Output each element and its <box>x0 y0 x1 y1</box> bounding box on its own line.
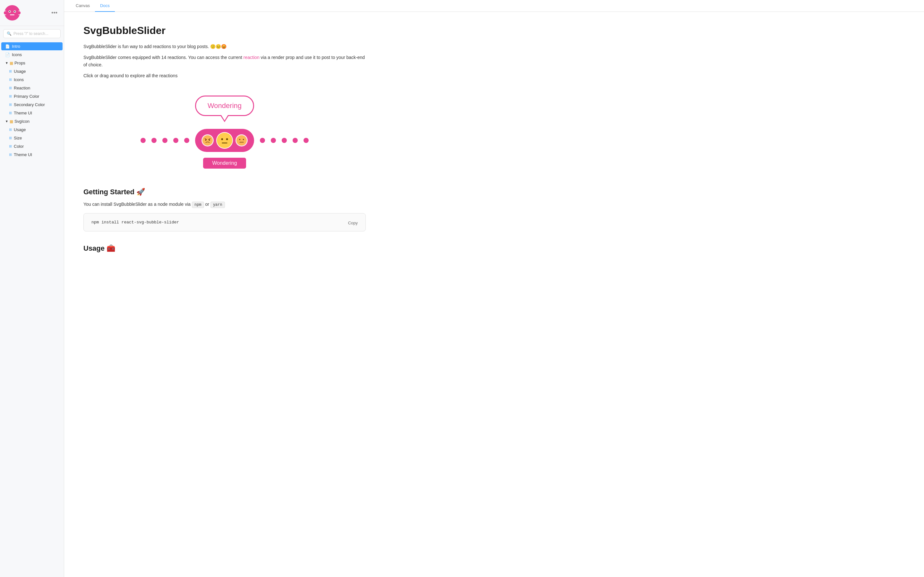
svgicon-children: ⊞ Usage ⊞ Size ⊞ Color ⊞ Theme UI <box>0 126 64 159</box>
install-code-block: npm install react-svg-bubble-slider Copy <box>83 213 366 231</box>
svg-point-5 <box>9 11 10 12</box>
slider-dot[interactable] <box>304 138 309 143</box>
chevron-down-icon: ▼ <box>5 61 8 65</box>
tab-docs[interactable]: Docs <box>95 0 115 12</box>
sidebar-item-label: Secondary Color <box>14 102 59 107</box>
props-children: ⊞ Usage ⊞ Icons ⊞ Reaction ⊞ Primary Col… <box>0 67 64 117</box>
sidebar-item-intro[interactable]: 📄 Intro <box>1 42 63 50</box>
svg-point-9 <box>202 135 213 145</box>
main-content: SvgBubbleSlider SvgBubbleSlider is fun w… <box>64 12 385 577</box>
slider-track[interactable] <box>141 129 309 152</box>
page-icon: 📄 <box>5 44 10 49</box>
sidebar-item-props-icons[interactable]: ⊞ Icons <box>5 76 63 84</box>
getting-started-title: Getting Started 🚀 <box>83 188 366 196</box>
intro-text-3: Click or drag around to explore all the … <box>83 72 366 79</box>
sidebar-item-svgicon-size[interactable]: ⊞ Size <box>5 134 63 142</box>
speech-bubble: Wondering <box>195 95 254 116</box>
sidebar-group-label: Props <box>15 61 25 65</box>
sidebar-group-svgicon[interactable]: ▼ ▦ SvgIcon <box>1 117 63 125</box>
component-icon: ⊞ <box>9 111 12 115</box>
svg-point-17 <box>239 139 240 140</box>
logo-area <box>4 5 21 21</box>
sidebar-item-props-secondary-color[interactable]: ⊞ Secondary Color <box>5 101 63 109</box>
search-icon: 🔍 <box>7 31 11 36</box>
sidebar-group-label: SvgIcon <box>15 119 29 124</box>
right-emoji-face <box>236 134 248 147</box>
chevron-down-icon: ▼ <box>5 119 8 123</box>
demo-area: Wondering <box>83 89 366 175</box>
sidebar-item-label: Primary Color <box>14 94 59 99</box>
left-emoji-face <box>202 134 214 147</box>
component-icon: ⊞ <box>9 127 12 132</box>
component-icon: ⊞ <box>9 77 12 82</box>
center-emoji-group[interactable] <box>195 129 254 152</box>
sidebar-item-svgicon-theme-ui[interactable]: ⊞ Theme UI <box>5 151 63 159</box>
bubble-text: Wondering <box>208 102 242 110</box>
sidebar-item-label: Intro <box>12 44 59 49</box>
svg-rect-19 <box>239 142 244 142</box>
component-icon: ⊞ <box>9 103 12 107</box>
install-text-before: You can install SvgBubbleSlider as a nod… <box>83 201 192 207</box>
more-options-button[interactable]: ••• <box>49 8 60 18</box>
sidebar-item-label: Size <box>14 135 59 140</box>
slider-dot[interactable] <box>184 138 189 143</box>
intro-text-2: SvgBubbleSlider comes equipped with 14 r… <box>83 54 366 68</box>
sidebar-item-props-reaction[interactable]: ⊞ Reaction <box>5 84 63 92</box>
sidebar-header: ••• <box>0 0 64 26</box>
sidebar-item-icons[interactable]: 📄 Icons <box>1 51 63 59</box>
slider-dot[interactable] <box>152 138 157 143</box>
sidebar-item-label: Reaction <box>14 85 59 90</box>
svg-point-14 <box>226 138 228 140</box>
main-panel: Canvas Docs SvgBubbleSlider SvgBubbleSli… <box>64 0 924 577</box>
install-command: npm install react-svg-bubble-slider <box>91 220 179 225</box>
sidebar-item-props-usage[interactable]: ⊞ Usage <box>5 67 63 75</box>
component-icon: ⊞ <box>9 86 12 90</box>
sidebar-item-props-primary-color[interactable]: ⊞ Primary Color <box>5 92 63 100</box>
svg-point-12 <box>217 133 232 148</box>
logo-icon <box>4 5 21 21</box>
component-icon: ⊞ <box>9 144 12 148</box>
search-bar[interactable]: 🔍 Press "/" to search... <box>3 29 61 38</box>
page-icon: 📄 <box>5 53 10 57</box>
usage-title: Usage 🧰 <box>83 244 366 253</box>
component-icon: ⊞ <box>9 94 12 98</box>
slider-dot[interactable] <box>292 138 298 143</box>
sidebar-item-props-theme-ui[interactable]: ⊞ Theme UI <box>5 109 63 117</box>
slider-dot[interactable] <box>282 138 287 143</box>
reaction-label-badge: Wondering <box>203 158 246 169</box>
folder-icon: ▦ <box>10 61 13 65</box>
slider-dot[interactable] <box>260 138 265 143</box>
folder-icon: ▦ <box>10 119 13 124</box>
sidebar-item-label: Icons <box>14 77 59 82</box>
page-title: SvgBubbleSlider <box>83 25 366 37</box>
copy-button[interactable]: Copy <box>346 219 360 227</box>
sidebar-item-svgicon-color[interactable]: ⊞ Color <box>5 142 63 150</box>
svg-point-11 <box>209 139 210 141</box>
svg-point-10 <box>205 139 206 141</box>
sidebar-item-label: Usage <box>14 69 59 74</box>
intro2-before: SvgBubbleSlider comes equipped with 14 r… <box>83 55 244 60</box>
component-icon: ⊞ <box>9 153 12 157</box>
or-text: or <box>204 201 210 207</box>
sidebar-item-label: Color <box>14 144 59 149</box>
sidebar: ••• 🔍 Press "/" to search... 📄 Intro 📄 I… <box>0 0 64 577</box>
sidebar-item-label: Icons <box>12 52 59 57</box>
svg-point-7 <box>14 11 15 12</box>
sidebar-group-props[interactable]: ▼ ▦ Props <box>1 59 63 67</box>
tab-canvas[interactable]: Canvas <box>71 0 95 12</box>
nav-group: 📄 Intro 📄 Icons ▼ ▦ Props ⊞ Usage ⊞ Icon… <box>0 42 64 159</box>
sidebar-item-svgicon-usage[interactable]: ⊞ Usage <box>5 126 63 134</box>
slider-dot[interactable] <box>271 138 276 143</box>
reaction-link[interactable]: reaction <box>244 55 260 60</box>
getting-started-text: You can install SvgBubbleSlider as a nod… <box>83 201 366 208</box>
yarn-code: yarn <box>210 201 225 208</box>
sidebar-item-label: Theme UI <box>14 152 59 157</box>
tab-bar: Canvas Docs <box>64 0 924 12</box>
slider-dot[interactable] <box>173 138 178 143</box>
slider-dot[interactable] <box>141 138 145 143</box>
svg-point-18 <box>243 139 244 140</box>
sidebar-item-label: Usage <box>14 127 59 132</box>
component-icon: ⊞ <box>9 136 12 140</box>
intro-text-1: SvgBubbleSlider is fun way to add reacti… <box>83 43 366 50</box>
slider-dot[interactable] <box>162 138 168 143</box>
